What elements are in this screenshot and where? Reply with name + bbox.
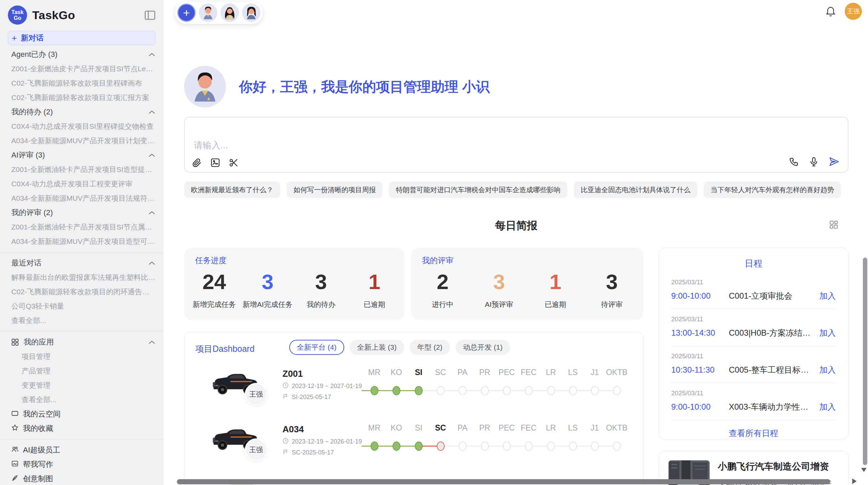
sidebar-item-creative-drawing[interactable]: 创意制图 (8, 472, 155, 485)
scroll-down-arrow[interactable] (861, 468, 867, 472)
chevron-up-icon[interactable] (148, 153, 155, 157)
stat-my-todo[interactable]: 3 我的待办 (294, 270, 348, 309)
image-icon[interactable] (210, 158, 220, 168)
milestone-dot[interactable] (437, 386, 445, 395)
recent-conversation[interactable]: C02-飞腾新能源轻客改款项目的闭环通告反馈情况 (8, 285, 155, 299)
sidebar-item[interactable]: C0X4-动力总成开发项目工程变更评审 (8, 177, 155, 191)
contact-avatar[interactable] (242, 3, 261, 22)
milestone-dot-done[interactable] (415, 386, 423, 395)
stat-in-progress[interactable]: 2 进行中 (414, 270, 471, 309)
sidebar-item-favorites[interactable]: 我的收藏 (8, 421, 155, 436)
join-link[interactable]: 加入 (819, 327, 836, 338)
mic-icon[interactable] (809, 157, 819, 167)
add-contact-button[interactable]: + (177, 3, 196, 22)
milestone-dot-overdue[interactable] (437, 442, 445, 451)
tab-year-model[interactable]: 年型 (2) (410, 340, 450, 355)
milestone-dot[interactable] (481, 442, 489, 451)
join-link[interactable]: 加入 (819, 364, 836, 375)
milestone-dot-done[interactable] (371, 442, 378, 451)
milestone-dot[interactable] (459, 442, 467, 451)
sidebar-item[interactable]: A034-全新新能源MUV产品开发项目法规符合性评审 (8, 191, 155, 206)
sidebar-item-ai-super-staff[interactable]: AI超级员工 (8, 443, 155, 457)
grid-icon[interactable] (829, 220, 839, 229)
view-all-apps[interactable]: 查看全部... (8, 393, 155, 407)
schedule-item[interactable]: 2025/03/11 10:30-11:30 C005-整车工程目标评审 加入 (671, 346, 836, 383)
recent-conversation[interactable]: 公司Q3轻卡销量 (8, 299, 155, 313)
stat-ai-prereview[interactable]: 3 AI预评审 (471, 270, 528, 309)
scroll-right-arrow[interactable] (852, 478, 857, 484)
recent-conversation[interactable]: 解释最新出台的欧盟报废车法规再生塑料比例被调至15%... (8, 270, 155, 285)
sidebar-section-recent[interactable]: 最近对话 (8, 256, 155, 270)
milestone-dot[interactable] (591, 386, 599, 395)
sidebar-item[interactable]: Z001-全新燃油皮卡产品开发项目SI节点Lesson Learn报告 (8, 62, 155, 76)
milestone-dot[interactable] (525, 442, 533, 451)
sidebar-item[interactable]: A034-全新新能源MUV产品开发项目计划变更表编写 (8, 134, 155, 148)
schedule-item[interactable]: 2025/03/11 9:00-10:00 X003-车辆动力学性能验... 加… (671, 383, 836, 420)
tab-new-body[interactable]: 全新上装 (3) (350, 340, 405, 355)
sidebar-section-ai-review[interactable]: AI评审 (3) (8, 148, 155, 162)
milestone-dot[interactable] (613, 442, 621, 451)
sidebar-section-my-review[interactable]: 我的评审 (2) (8, 206, 155, 220)
suggestion-chip[interactable]: 欧洲新规最近颁布了什么？ (184, 182, 280, 198)
milestone-dot-done[interactable] (371, 386, 378, 395)
new-chat-button[interactable]: + 新对话 (8, 31, 155, 45)
suggestion-chip[interactable]: 特朗普可能对进口汽车增税会对中国车企造成哪些影响 (389, 182, 567, 198)
app-item-product-mgmt[interactable]: 产品管理 (8, 364, 155, 378)
sidebar-item[interactable]: Z001-全新燃油轻卡产品开发项目SI节点属性5D文件评审 (8, 220, 155, 234)
contact-avatar[interactable] (220, 3, 239, 22)
stat-new-completed[interactable]: 24 新增完成任务 (188, 270, 241, 309)
stat-pending-review[interactable]: 3 待评审 (584, 270, 640, 309)
paperclip-icon[interactable] (192, 158, 202, 168)
horizontal-scrollbar[interactable] (177, 479, 830, 484)
suggestion-chip[interactable]: 当下年轻人对汽车外观有怎样的喜好趋势 (704, 182, 841, 198)
milestone-dot[interactable] (503, 386, 511, 395)
send-icon[interactable] (829, 156, 840, 167)
stat-overdue[interactable]: 1 已逾期 (527, 270, 584, 309)
milestone-dot[interactable] (613, 386, 621, 395)
schedule-item[interactable]: 2025/03/11 13:00-14:30 C003|H0B-方案冻结评审 加… (671, 309, 836, 346)
chevron-up-icon[interactable] (148, 52, 155, 57)
tab-new-platform[interactable]: 全新平台 (4) (289, 340, 344, 355)
milestone-dot[interactable] (547, 442, 555, 451)
milestone-dot[interactable] (569, 386, 577, 395)
chevron-up-icon[interactable] (148, 110, 155, 114)
suggestion-chip[interactable]: 如何写一份清晰的项目周报 (287, 182, 383, 198)
phone-icon[interactable] (789, 157, 799, 167)
sidebar-section-my-apps[interactable]: 我的应用 (8, 335, 155, 349)
chevron-up-icon[interactable] (148, 261, 155, 265)
project-row[interactable]: 王强 Z001 2023-12-19 ~ 2027-01-19 SI-2025-… (184, 362, 643, 417)
sidebar-section-my-todo[interactable]: 我的待办 (2) (8, 105, 155, 119)
join-link[interactable]: 加入 (819, 401, 836, 412)
join-link[interactable]: 加入 (819, 290, 836, 301)
suggestion-chip[interactable]: 比亚迪全固态电池计划具体说了什么 (574, 182, 697, 198)
sidebar-section-agent-done[interactable]: Agent已办 (3) (8, 47, 155, 62)
milestone-dot[interactable] (503, 442, 511, 451)
milestone-dot[interactable] (481, 386, 489, 395)
milestone-dot[interactable] (547, 386, 555, 395)
message-composer[interactable]: 请输入... (184, 117, 848, 173)
milestone-dot[interactable] (591, 442, 599, 451)
tab-powertrain[interactable]: 动总开发 (1) (456, 340, 510, 355)
chevron-up-icon[interactable] (148, 211, 155, 215)
sidebar-item-help-me-write[interactable]: 帮我写作 (8, 457, 155, 472)
sidebar-item[interactable]: C02-飞腾新能源轻客改款项目里程碑画布 (8, 76, 155, 90)
milestone-dot-done[interactable] (415, 442, 423, 451)
sidebar-item[interactable]: Z001-全新燃油轻卡产品开发项目SI造型提交物评审 (8, 162, 155, 177)
view-all-conversations[interactable]: 查看全部... (8, 313, 155, 328)
sidebar-item[interactable]: C0X4-动力总成开发项目SI里程碑提交物检查 (8, 119, 155, 134)
sidebar-item[interactable]: C02-飞腾新能源轻客改款项目立项汇报方案 (8, 90, 155, 105)
vertical-scrollbar[interactable] (863, 258, 867, 465)
milestone-dot-done[interactable] (393, 386, 400, 395)
stat-new-ai-completed[interactable]: 3 新增AI完成任务 (241, 270, 294, 309)
scissors-icon[interactable] (229, 158, 239, 168)
milestone-dot[interactable] (525, 386, 533, 395)
project-row[interactable]: 王强 A034 2023-12-19 ~ 2026-01-19 SC-2025-… (184, 417, 643, 473)
app-item-project-mgmt[interactable]: 项目管理 (8, 349, 155, 364)
sidebar-collapse-icon[interactable] (145, 11, 155, 20)
sidebar-item[interactable]: A034-全新新能源MUV产品开发项目造型可行性评审 (8, 234, 155, 249)
contact-avatar[interactable] (199, 3, 217, 22)
milestone-dot-done[interactable] (393, 442, 400, 451)
sidebar-item-cloud-space[interactable]: 我的云空间 (8, 407, 155, 421)
milestone-dot[interactable] (459, 386, 467, 395)
schedule-item[interactable]: 2025/03/11 9:00-10:00 C001-立项审批会 加入 (671, 272, 836, 309)
